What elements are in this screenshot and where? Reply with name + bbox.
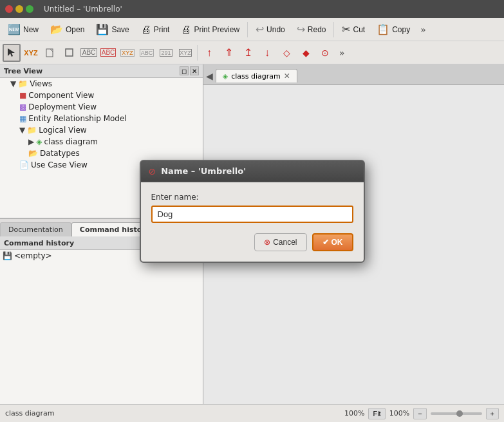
dialog-label: Enter name: — [151, 193, 353, 202]
dialog-name-input[interactable] — [151, 206, 353, 223]
ok-icon: ✔ — [322, 238, 329, 247]
cancel-label: Cancel — [273, 238, 297, 247]
ok-label: OK — [331, 238, 343, 247]
dialog-body: Enter name: ⊗ Cancel ✔ OK — [141, 182, 364, 262]
cancel-icon: ⊗ — [264, 238, 270, 247]
dialog-title: Name – 'Umbrello' — [161, 166, 246, 176]
dialog-titlebar: ⊘ Name – 'Umbrello' — [141, 161, 364, 182]
dialog-overlay: ⊘ Name – 'Umbrello' Enter name: ⊗ Cancel… — [0, 0, 504, 422]
dialog-title-icon: ⊘ — [149, 166, 156, 177]
dialog-ok-button[interactable]: ✔ OK — [312, 233, 353, 251]
name-dialog: ⊘ Name – 'Umbrello' Enter name: ⊗ Cancel… — [140, 160, 365, 263]
dialog-cancel-button[interactable]: ⊗ Cancel — [254, 233, 306, 251]
dialog-buttons: ⊗ Cancel ✔ OK — [151, 233, 353, 251]
